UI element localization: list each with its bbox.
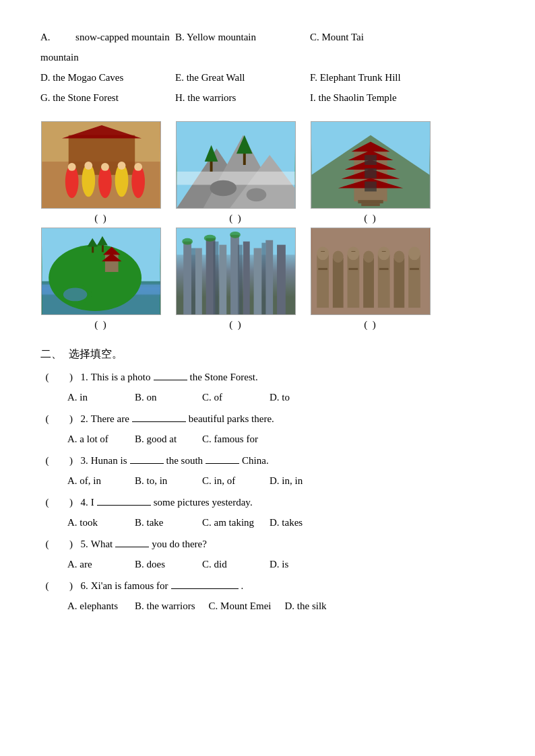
svg-point-10 xyxy=(84,162,92,170)
q4-opt-c[interactable]: C. am taking xyxy=(202,512,256,532)
question-3-text: ( ) 3. Hunan is the south China. xyxy=(40,450,495,471)
question-1-options: A. in B. on C. of D. to xyxy=(40,387,495,407)
q6-opt-d[interactable]: D. the silk xyxy=(285,596,339,616)
images-section: ( ) xyxy=(40,121,495,334)
svg-point-82 xyxy=(408,247,420,261)
q3-blank2[interactable] xyxy=(206,452,239,464)
svg-rect-83 xyxy=(318,268,327,270)
q4-num: 4. xyxy=(81,492,88,512)
image-5-caption: ( ) xyxy=(229,319,243,331)
q1-opt-c[interactable]: C. of xyxy=(202,387,256,407)
svg-rect-73 xyxy=(348,254,360,308)
q5-opt-b[interactable]: B. does xyxy=(135,554,189,574)
q5-num: 5. xyxy=(81,534,88,554)
svg-rect-33 xyxy=(365,155,377,165)
q5-opt-c[interactable]: C. did xyxy=(202,554,256,574)
q3-opt-c[interactable]: C. in, of xyxy=(202,471,256,491)
question-2-text: ( ) 2. There are beautiful parks there. xyxy=(40,409,495,429)
question-5: ( ) 5. What you do there? A. are B. does… xyxy=(40,534,495,574)
svg-point-70 xyxy=(317,247,329,261)
question-2-options: A. a lot of B. good at C. famous for xyxy=(40,429,495,449)
options-section: A. snow-capped mountain B. Yellow mounta… xyxy=(40,27,495,108)
q6-opt-a[interactable]: A. elephants xyxy=(67,596,121,616)
q3-opt-b[interactable]: B. to, in xyxy=(135,471,189,491)
image-cell-6: ( ) xyxy=(310,228,431,331)
q6-after: . xyxy=(241,576,244,596)
q1-blank[interactable] xyxy=(154,368,187,380)
q5-opt-a[interactable]: A. are xyxy=(67,554,121,574)
q4-opt-d[interactable]: D. takes xyxy=(270,512,323,532)
question-2: ( ) 2. There are beautiful parks there. … xyxy=(40,409,495,449)
option-d: D. the Mogao Caves xyxy=(40,67,175,88)
q5-before: What xyxy=(91,534,113,554)
q6-blank[interactable] xyxy=(171,577,239,589)
image-6 xyxy=(311,228,431,315)
q3-blank1[interactable] xyxy=(130,452,164,464)
svg-rect-18 xyxy=(177,172,294,185)
image-cell-3: ( ) xyxy=(310,121,431,224)
q2-opt-c[interactable]: C. famous for xyxy=(202,429,258,449)
q4-opt-a[interactable]: A. took xyxy=(67,512,121,532)
image-cell-1: ( ) xyxy=(40,121,162,224)
q5-opt-d[interactable]: D. is xyxy=(270,554,323,574)
q2-opt-b[interactable]: B. good at xyxy=(135,429,189,449)
svg-rect-59 xyxy=(265,240,273,314)
svg-rect-58 xyxy=(254,248,262,314)
question-4-options: A. took B. take C. am taking D. takes xyxy=(40,512,495,532)
question-1: ( ) 1. This is a photo the Stone Forest.… xyxy=(40,367,495,407)
q3-opt-d[interactable]: D. in, in xyxy=(270,471,323,491)
image-5 xyxy=(176,228,296,315)
image-3 xyxy=(311,121,431,209)
svg-rect-81 xyxy=(408,254,420,308)
svg-rect-52 xyxy=(183,242,191,314)
svg-rect-84 xyxy=(349,268,358,270)
svg-rect-86 xyxy=(410,268,419,270)
question-4-text: ( ) 4. I some pictures yesterday. xyxy=(40,492,495,512)
q6-opt-c[interactable]: C. Mount Emei xyxy=(209,596,272,616)
image-2-caption: ( ) xyxy=(229,213,243,224)
svg-point-11 xyxy=(101,163,109,171)
image-4-caption: ( ) xyxy=(94,319,108,331)
svg-rect-75 xyxy=(363,258,374,308)
svg-rect-71 xyxy=(333,258,344,308)
svg-point-41 xyxy=(49,245,141,311)
question-3-options: A. of, in B. to, in C. in, of D. in, in xyxy=(40,471,495,491)
q6-num: 6. xyxy=(81,576,88,596)
q1-before: This is a photo xyxy=(91,367,151,387)
q2-after: beautiful parks there. xyxy=(189,409,274,429)
image-1-caption: ( ) xyxy=(94,213,108,224)
q6-opt-b[interactable]: B. the warriors xyxy=(135,596,195,616)
image-6-caption: ( ) xyxy=(364,319,377,331)
svg-rect-77 xyxy=(378,254,390,308)
question-6: ( ) 6. Xi'an is famous for . A. elephant… xyxy=(40,576,495,616)
svg-rect-55 xyxy=(219,245,226,314)
option-h: H. the warriors xyxy=(175,88,310,108)
option-row-1-wrap: mountain xyxy=(40,47,495,67)
svg-point-43 xyxy=(63,288,87,302)
option-c: C. Mount Tai xyxy=(310,27,445,47)
svg-rect-57 xyxy=(243,242,250,314)
q3-before: Hunan is xyxy=(91,450,127,471)
q3-opt-a[interactable]: A. of, in xyxy=(67,471,121,491)
q4-after: some pictures yesterday. xyxy=(154,492,253,512)
svg-point-65 xyxy=(182,238,193,245)
q1-opt-b[interactable]: B. on xyxy=(135,387,189,407)
q5-blank[interactable] xyxy=(115,535,149,547)
image-2 xyxy=(176,121,296,209)
svg-point-12 xyxy=(118,162,126,170)
question-6-options: A. elephants B. the warriors C. Mount Em… xyxy=(40,596,495,616)
question-3: ( ) 3. Hunan is the south China. A. of, … xyxy=(40,450,495,491)
svg-rect-35 xyxy=(365,182,377,192)
q4-blank[interactable] xyxy=(97,493,151,506)
svg-rect-85 xyxy=(379,268,389,270)
q2-blank[interactable] xyxy=(132,410,186,422)
q1-opt-a[interactable]: A. in xyxy=(67,387,121,407)
q1-num: 1. xyxy=(81,367,88,387)
q1-opt-d[interactable]: D. to xyxy=(270,387,323,407)
q4-opt-b[interactable]: B. take xyxy=(135,512,189,532)
svg-point-74 xyxy=(348,247,360,261)
svg-rect-34 xyxy=(365,168,377,178)
question-5-text: ( ) 5. What you do there? xyxy=(40,534,495,554)
q2-opt-a[interactable]: A. a lot of xyxy=(67,429,121,449)
q6-before: Xi'an is famous for xyxy=(91,576,168,596)
